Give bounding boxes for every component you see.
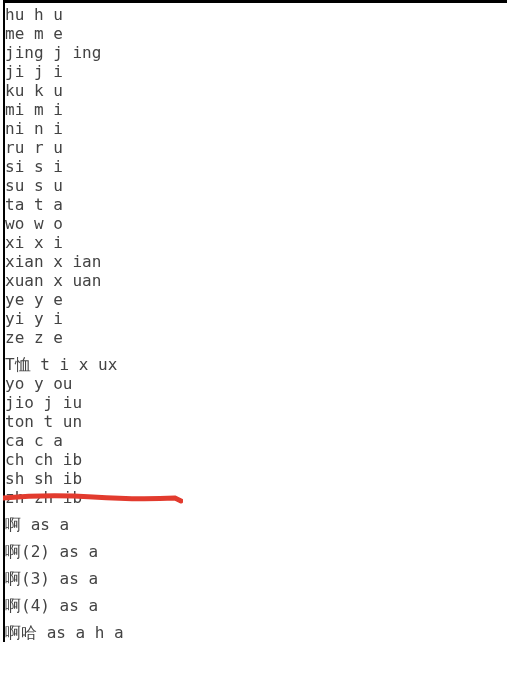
entry: xian x ian	[5, 252, 507, 271]
entry: T恤 t i x ux	[5, 355, 507, 374]
blank-line	[5, 588, 507, 596]
entry: 啊(4) as a	[5, 596, 507, 615]
blank-line	[5, 561, 507, 569]
entry: xi x i	[5, 233, 507, 252]
entry: si s i	[5, 157, 507, 176]
entry: 啊 as a	[5, 515, 507, 534]
entry: wo w o	[5, 214, 507, 233]
entry: 啊(2) as a	[5, 542, 507, 561]
blank-line	[5, 347, 507, 355]
entry: me m e	[5, 24, 507, 43]
blank-line	[5, 534, 507, 542]
entry: jing j ing	[5, 43, 507, 62]
entry: hu h u	[5, 5, 507, 24]
entry: ta t a	[5, 195, 507, 214]
entry: ze z e	[5, 328, 507, 347]
entry: ku k u	[5, 81, 507, 100]
entry: 啊(3) as a	[5, 569, 507, 588]
entry: xuan x uan	[5, 271, 507, 290]
entry: ca c a	[5, 431, 507, 450]
entry: sh sh ib	[5, 469, 507, 488]
entry: jio j iu	[5, 393, 507, 412]
entry: yi y i	[5, 309, 507, 328]
text-sheet: hu h u me m e jing j ing ji j i ku k u m…	[3, 0, 507, 642]
entry: mi m i	[5, 100, 507, 119]
blank-line	[5, 507, 507, 515]
entry: ton t un	[5, 412, 507, 431]
entry: yo y ou	[5, 374, 507, 393]
entry: ye y e	[5, 290, 507, 309]
entry: ch ch ib	[5, 450, 507, 469]
entry: zh zh ib	[5, 488, 507, 507]
entry: su s u	[5, 176, 507, 195]
entry: ji j i	[5, 62, 507, 81]
blank-line	[5, 615, 507, 623]
entry: 啊哈 as a h a	[5, 623, 507, 642]
entry: ru r u	[5, 138, 507, 157]
entry: ni n i	[5, 119, 507, 138]
